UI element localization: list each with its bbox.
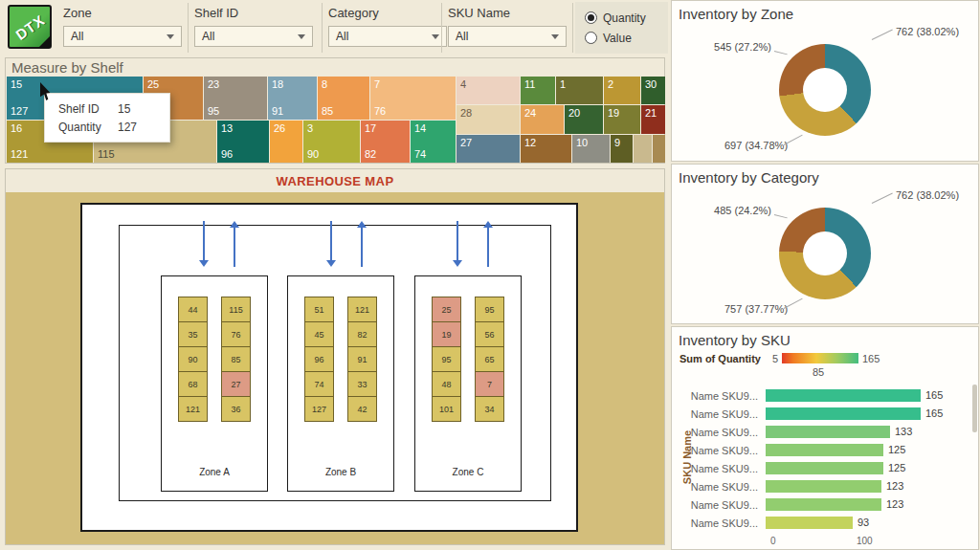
treemap-tile[interactable] [634, 135, 652, 163]
treemap-tile-14[interactable]: 1474 [411, 121, 456, 164]
shelf-cell[interactable]: 34 [475, 396, 504, 422]
sku-bar[interactable] [766, 517, 853, 529]
treemap-tile-28[interactable]: 28 [457, 105, 520, 133]
treemap-row: 2824201921 [457, 105, 665, 133]
shelf-cell[interactable]: 36 [221, 396, 251, 422]
shelf-cell[interactable]: 76 [221, 321, 251, 347]
zone-b-box: 51459674127 12182913342 Zone B [287, 275, 394, 492]
shelf-cell[interactable]: 121 [347, 297, 377, 322]
sku-bar-row: Name SKU9...165 [678, 405, 976, 423]
sku-bar[interactable] [766, 389, 921, 402]
filter-label: SKU Name [448, 6, 567, 20]
shelf-cell[interactable]: 115 [221, 297, 251, 322]
shelf-cell[interactable]: 7 [475, 371, 504, 397]
sku-bar[interactable] [766, 407, 921, 420]
shelf-cell[interactable]: 85 [221, 346, 251, 372]
treemap-tile-11[interactable]: 11 [521, 77, 555, 104]
sku-name-label: Name SKU9... [678, 427, 766, 438]
shelf-cell[interactable]: 121 [178, 396, 208, 422]
treemap-tile-8[interactable]: 885 [318, 77, 369, 120]
sku-bar[interactable] [766, 480, 881, 493]
radio-label: Value [603, 32, 632, 45]
shelf-cell[interactable]: 48 [432, 371, 461, 397]
filter-sku-name: SKU Name All [448, 6, 567, 47]
sku-bar-row: Name SKU9...125 [678, 441, 976, 459]
shelf-cell[interactable]: 56 [475, 321, 504, 347]
treemap-tile-26[interactable]: 26 [270, 121, 302, 164]
shelf-cell[interactable]: 96 [304, 346, 334, 372]
treemap-tile-18[interactable]: 1891 [268, 77, 317, 120]
zone-dropdown[interactable]: All [63, 26, 182, 47]
category-donut-chart[interactable] [779, 208, 871, 299]
category-dropdown[interactable]: All [328, 26, 447, 47]
treemap-tile-17[interactable]: 1782 [361, 121, 410, 164]
treemap-tile-7[interactable]: 776 [370, 77, 456, 120]
sku-bar[interactable] [766, 498, 881, 511]
measure-by-shelf-panel: Measure by Shelf 15127251012395189188577… [5, 57, 665, 164]
shelf-cell[interactable]: 127 [304, 396, 334, 422]
shelf-cell[interactable]: 90 [178, 346, 208, 372]
donut-label: 485 (24.2%) [706, 205, 771, 216]
scrollbar-thumb[interactable] [972, 385, 977, 432]
radio-icon [585, 32, 597, 44]
shelf-tooltip: Shelf ID 15 Quantity 127 [44, 93, 170, 143]
sku-bar[interactable] [766, 426, 890, 438]
shelf-cell[interactable]: 95 [432, 346, 461, 372]
radio-quantity[interactable]: Quantity [585, 8, 668, 28]
shelf-cell[interactable]: 51 [304, 297, 334, 322]
flow-arrow-down-icon [453, 221, 462, 267]
shelf-cell[interactable]: 65 [475, 346, 504, 372]
shelf-cell[interactable]: 101 [432, 396, 461, 422]
treemap-tile-12[interactable]: 12 [521, 135, 571, 163]
map-title: WAREHOUSE MAP [6, 169, 664, 190]
treemap-tile-30[interactable]: 30 [641, 77, 665, 104]
treemap-tile-4[interactable]: 4 [457, 77, 520, 104]
treemap-tile-24[interactable]: 24 [521, 105, 564, 133]
sku-bar-chart: Name SKU9...165Name SKU9...165Name SKU9.… [678, 386, 976, 532]
filter-shelf-id: Shelf ID All [194, 6, 313, 47]
leader-line [872, 193, 893, 204]
shelf-cell[interactable]: 42 [347, 396, 377, 422]
shelf-cell[interactable]: 68 [178, 371, 208, 397]
treemap-row: 4111230 [457, 77, 665, 104]
treemap-tile-9[interactable]: 9 [611, 135, 633, 163]
treemap-tile-19[interactable]: 19 [604, 105, 640, 133]
filter-bar: DTX Zone All Shelf ID All Category All S… [0, 0, 670, 55]
sku-bar[interactable] [766, 462, 883, 474]
treemap-tile[interactable] [653, 135, 665, 163]
tooltip-value: 127 [118, 121, 137, 134]
treemap-tile-21[interactable]: 21 [641, 105, 665, 133]
treemap-tile-23[interactable]: 2395 [204, 77, 267, 120]
shelf-cell[interactable]: 27 [221, 371, 251, 397]
shelf-cell[interactable]: 82 [347, 321, 377, 347]
treemap-tile-10[interactable]: 10 [572, 135, 610, 163]
shelf-cell[interactable]: 35 [178, 321, 208, 347]
shelf-id-dropdown[interactable]: All [194, 26, 313, 47]
shelf-cell[interactable]: 19 [432, 321, 461, 347]
sku-name-dropdown[interactable]: All [448, 26, 567, 47]
shelf-cell[interactable]: 91 [347, 346, 377, 372]
treemap-tile-20[interactable]: 20 [565, 105, 603, 133]
zone-donut-chart[interactable] [779, 44, 871, 136]
treemap-tile-3[interactable]: 390 [303, 121, 360, 164]
shelf-cell[interactable]: 33 [347, 371, 377, 397]
zone-c-box: 25199548101 955665734 Zone C [414, 275, 522, 492]
treemap-tile-13[interactable]: 1396 [217, 121, 269, 164]
shelf-cell[interactable]: 45 [304, 321, 334, 347]
tooltip-label: Quantity [58, 121, 118, 134]
sku-bar-row: Name SKU9...125 [678, 459, 976, 477]
sku-bar[interactable] [766, 444, 883, 456]
sku-name-label: Name SKU9... [678, 390, 766, 402]
shelf-cell[interactable]: 95 [475, 297, 504, 322]
radio-value[interactable]: Value [585, 28, 668, 48]
warehouse-floor: 44359068121 11576852736 Zone A 514596741… [80, 203, 578, 532]
shelf-cell[interactable]: 25 [432, 297, 461, 322]
treemap-tile-2[interactable]: 2 [604, 77, 640, 104]
shelf-cell[interactable]: 44 [178, 297, 208, 322]
donut-label: 762 (38.02%) [896, 189, 959, 201]
treemap-tile-1[interactable]: 1 [556, 77, 603, 104]
treemap-tile-27[interactable]: 27 [457, 135, 520, 163]
shelf-column: 51459674127 [304, 297, 334, 422]
shelf-cell[interactable]: 74 [304, 371, 334, 397]
donut-label: 762 (38.02%) [896, 26, 959, 37]
